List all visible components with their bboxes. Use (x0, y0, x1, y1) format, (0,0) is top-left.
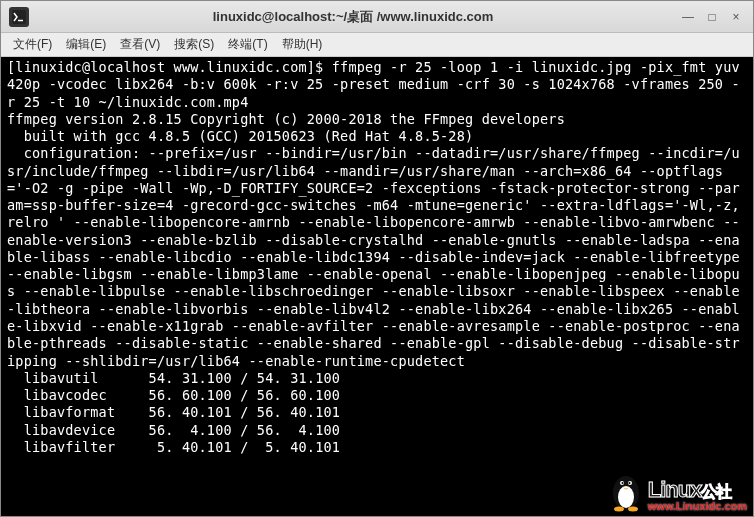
minimize-button[interactable]: — (677, 7, 699, 27)
menu-bar: 文件(F) 编辑(E) 查看(V) 搜索(S) 终端(T) 帮助(H) (1, 33, 753, 57)
window-titlebar: linuxidc@localhost:~/桌面 /www.linuxidc.co… (1, 1, 753, 33)
menu-search[interactable]: 搜索(S) (168, 34, 220, 55)
output-line: libavformat 56. 40.101 / 56. 40.101 (7, 404, 747, 421)
output-line: built with gcc 4.8.5 (GCC) 20150623 (Red… (7, 128, 747, 145)
output-line: configuration: --prefix=/usr --bindir=/u… (7, 145, 747, 369)
svg-rect-0 (12, 10, 26, 24)
window-controls: — □ × (677, 7, 747, 27)
shell-prompt: [linuxidc@localhost www.linuxidc.com]$ (7, 59, 323, 75)
output-line: libavfilter 5. 40.101 / 5. 40.101 (7, 439, 747, 456)
maximize-button[interactable]: □ (701, 7, 723, 27)
output-line: libavdevice 56. 4.100 / 56. 4.100 (7, 422, 747, 439)
menu-help[interactable]: 帮助(H) (276, 34, 329, 55)
terminal-icon (9, 7, 29, 27)
menu-file[interactable]: 文件(F) (7, 34, 58, 55)
output-line: libavcodec 56. 60.100 / 56. 60.100 (7, 387, 747, 404)
close-button[interactable]: × (725, 7, 747, 27)
menu-view[interactable]: 查看(V) (114, 34, 166, 55)
output-line: libavutil 54. 31.100 / 54. 31.100 (7, 370, 747, 387)
window-title: linuxidc@localhost:~/桌面 /www.linuxidc.co… (29, 8, 677, 26)
menu-edit[interactable]: 编辑(E) (60, 34, 112, 55)
terminal-output[interactable]: [linuxidc@localhost www.linuxidc.com]$ f… (1, 57, 753, 516)
output-line: ffmpeg version 2.8.15 Copyright (c) 2000… (7, 111, 747, 128)
menu-terminal[interactable]: 终端(T) (222, 34, 273, 55)
